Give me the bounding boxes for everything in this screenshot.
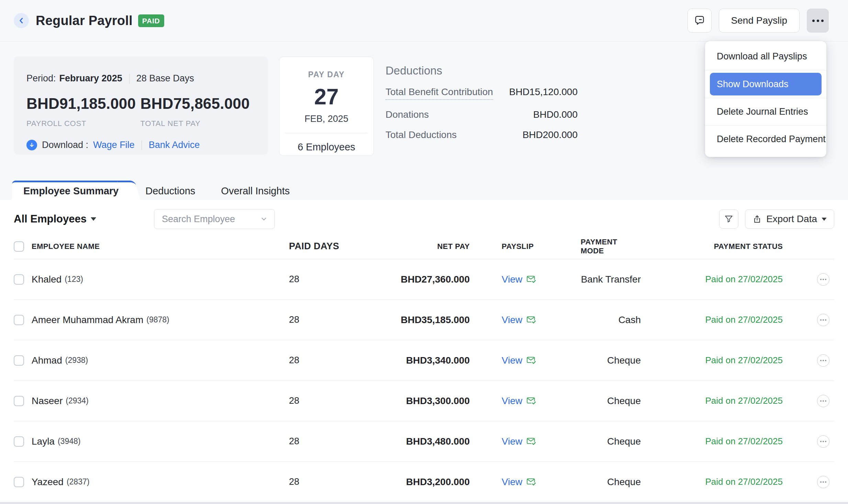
total-net-pay-label: TOTAL NET PAY [141,119,255,128]
deduction-row: Total Benefit ContributionBHD15,120.000 [386,87,578,100]
tabs: Employee SummaryDeductionsOverall Insigh… [0,156,848,200]
payment-mode: Cheque [581,396,641,406]
net-pay: BHD3,300.000 [358,396,470,406]
deduction-label: Donations [386,109,429,120]
period-label: Period: [26,73,56,84]
paid-days: 28 [288,355,358,366]
download-icon [26,140,37,150]
column-payment-status: PAYMENT STATUS [641,242,783,251]
payment-status: Paid on 27/02/2025 [641,274,783,285]
row-checkbox[interactable] [14,274,24,285]
view-payslip-link[interactable]: View [502,477,537,488]
menu-item-delete-journal-entries[interactable]: Delete Journal Entries [705,98,826,125]
column-payslip: PAYSLIP [470,242,581,251]
tab-overall-insights[interactable]: Overall Insights [221,182,290,200]
payday-month-year: FEB, 2025 [279,114,373,124]
envelope-check-icon [526,355,537,366]
menu-item-label: Show Downloads [710,73,822,95]
envelope-check-icon [526,314,537,325]
view-payslip-link[interactable]: View [502,314,537,325]
envelope-check-icon [526,274,537,285]
wage-file-link[interactable]: Wage File [93,140,135,150]
menu-item-show-downloads[interactable]: Show Downloads [705,70,826,98]
payment-status: Paid on 27/02/2025 [641,314,783,325]
payday-card: PAY DAY 27 FEB, 2025 6 Employees [279,57,374,156]
row-more-button[interactable] [817,395,829,407]
tab-deductions[interactable]: Deductions [145,182,195,200]
send-payslip-button[interactable]: Send Payslip [719,9,800,33]
envelope-check-icon [526,436,537,447]
net-pay: BHD27,360.000 [358,274,470,285]
table-row: Yazeed (2837) 28 BHD3,200.000 View Chequ… [14,462,834,502]
row-more-button[interactable] [817,314,829,326]
menu-item-download-all-payslips[interactable]: Download all Payslips [705,43,826,70]
table-body: Khaled (123) 28 BHD27,360.000 View Bank … [14,259,834,502]
employee-id: (3948) [58,437,80,446]
search-employee-select[interactable]: Search Employee [154,209,275,229]
divider [285,133,368,133]
employee-name: Ahmad [32,355,62,366]
row-checkbox[interactable] [14,436,24,447]
select-all-checkbox[interactable] [14,241,24,252]
employee-name: Yazeed [32,477,64,488]
payday-day: 27 [279,84,373,110]
back-button[interactable] [14,13,29,28]
employee-id: (2934) [66,396,88,405]
deductions-list: Total Benefit ContributionBHD15,120.000D… [386,87,578,140]
employee-count: 6 Employees [279,141,373,153]
period-card: Period: February 2025 28 Base Days BHD91… [14,57,268,154]
menu-item-delete-recorded-payment[interactable]: Delete Recorded Payment [705,125,826,153]
deduction-label: Total Deductions [386,129,457,140]
more-menu: Download all PayslipsShow DownloadsDelet… [705,41,826,157]
employee-id: (2837) [67,477,89,486]
employee-name: Khaled [32,274,62,285]
filter-button[interactable] [719,209,738,229]
employee-scope-dropdown[interactable]: All Employees [14,213,96,225]
table-row: Layla (3948) 28 BHD3,480.000 View Cheque… [14,421,834,462]
download-label: Download : [42,140,88,150]
search-placeholder: Search Employee [162,214,235,225]
view-label: View [502,477,522,488]
caret-down-icon [91,217,96,221]
row-more-button[interactable] [817,273,829,286]
view-payslip-link[interactable]: View [502,436,537,447]
chevron-left-icon [17,16,26,25]
row-checkbox[interactable] [14,396,24,406]
employee-name: Ameer Muhammad Akram [32,314,143,325]
page-title: Regular Payroll [36,13,133,28]
view-payslip-link[interactable]: View [502,274,537,285]
payment-status: Paid on 27/02/2025 [641,436,783,447]
base-days: 28 Base Days [136,73,194,84]
more-options-button[interactable] [807,9,829,33]
column-net-pay: NET PAY [358,242,470,251]
tab-employee-summary[interactable]: Employee Summary [12,181,129,200]
view-payslip-link[interactable]: View [502,396,537,406]
deduction-label: Total Benefit Contribution [386,87,493,100]
view-label: View [502,436,522,447]
row-checkbox[interactable] [14,315,24,325]
export-data-button[interactable]: Export Data [745,209,834,229]
chevron-down-icon [260,215,268,223]
row-checkbox[interactable] [14,477,24,487]
row-more-button[interactable] [817,435,829,448]
column-paid-days: PAID DAYS [288,241,358,252]
tab-label: Employee Summary [23,185,119,197]
row-more-button[interactable] [817,354,829,367]
payment-status: Paid on 27/02/2025 [641,477,783,487]
deductions-summary: Deductions Total Benefit ContributionBHD… [386,57,578,140]
deduction-value: BHD0.000 [533,109,578,120]
comments-button[interactable] [688,9,712,33]
paid-days: 28 [288,396,358,406]
menu-item-label: Delete Recorded Payment [705,134,826,145]
employee-id: (123) [65,275,83,284]
view-payslip-link[interactable]: View [502,355,537,366]
row-more-button[interactable] [817,476,829,488]
menu-item-label: Delete Journal Entries [705,106,808,117]
payment-mode: Cash [581,314,641,325]
employee-summary-panel: All Employees Search Employee Export Dat… [0,200,848,504]
bank-advice-link[interactable]: Bank Advice [149,140,200,150]
table-header: EMPLOYEE NAME PAID DAYS NET PAY PAYSLIP … [14,234,834,259]
page-header: Regular Payroll PAID Send Payslip [0,0,848,42]
row-checkbox[interactable] [14,355,24,366]
scope-label: All Employees [14,213,87,225]
